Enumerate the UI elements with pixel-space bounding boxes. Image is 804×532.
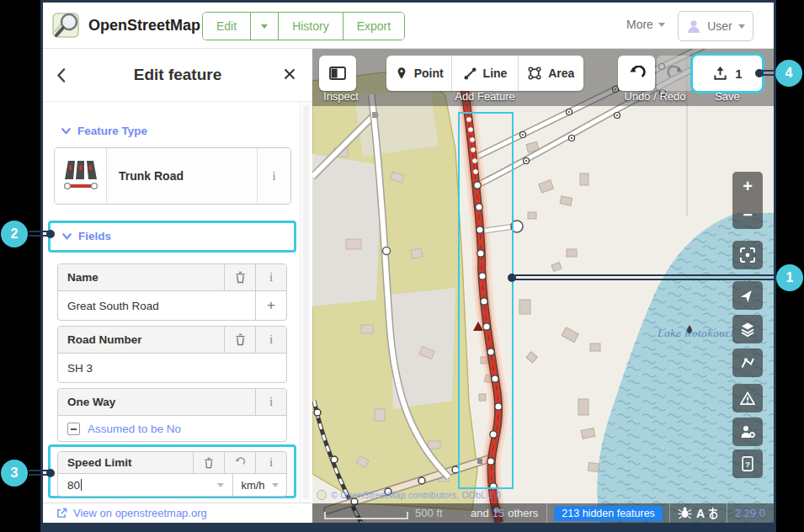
info-icon: i xyxy=(269,332,273,347)
callout-2-connector xyxy=(29,231,48,237)
contributors-summary[interactable]: and 15 others xyxy=(462,507,546,519)
feature-type-info-button[interactable]: i xyxy=(257,148,290,204)
external-link-icon xyxy=(56,508,67,519)
delete-field-button[interactable] xyxy=(224,264,255,290)
more-menu[interactable]: More xyxy=(626,18,665,31)
trash-icon xyxy=(204,457,214,469)
add-multilingual-name-button[interactable]: + xyxy=(255,291,286,320)
info-icon: i xyxy=(269,455,273,470)
fields-section-label: Fields xyxy=(78,230,111,242)
speed-unit-value: km/h xyxy=(241,479,264,492)
osm-brand[interactable]: OpenStreetMap xyxy=(51,10,200,40)
fields-highlight-box: Fields xyxy=(48,221,296,253)
text-cursor xyxy=(81,479,82,491)
field-info-button[interactable]: i xyxy=(255,327,286,353)
edit-dropdown-button[interactable] xyxy=(251,13,279,40)
backgrounds-button[interactable] xyxy=(732,315,763,343)
plus-icon: + xyxy=(743,178,753,194)
field-info-button[interactable]: i xyxy=(255,389,286,415)
chevron-down-icon xyxy=(738,24,745,29)
divider xyxy=(546,503,547,523)
panel-header: Edit feature xyxy=(43,49,312,102)
help-button[interactable]: ? xyxy=(732,450,763,478)
chevron-down-icon xyxy=(217,483,224,487)
delete-field-button[interactable] xyxy=(193,452,224,473)
annotated-screenshot: OpenStreetMap Edit History Export More U… xyxy=(0,0,804,532)
delete-field-button[interactable] xyxy=(224,327,255,353)
geolocate-button[interactable] xyxy=(732,281,763,310)
add-point-button[interactable]: Point xyxy=(386,56,452,91)
translate-icon[interactable]: A xyxy=(696,507,719,520)
edit-history-export-group: Edit History Export xyxy=(202,12,405,40)
chevron-down-icon xyxy=(658,23,665,27)
sidebar-scrollbar[interactable] xyxy=(300,102,312,503)
speed-unit-select[interactable]: km/h xyxy=(232,474,286,496)
issues-button[interactable] xyxy=(732,384,763,412)
field-info-button[interactable]: i xyxy=(255,452,286,473)
hidden-features-button[interactable]: 213 hidden features xyxy=(554,506,663,521)
inspect-label: Inspect xyxy=(316,90,366,103)
map-data-button[interactable] xyxy=(732,348,763,377)
fields-section-toggle[interactable]: Fields xyxy=(62,230,111,242)
road-number-input[interactable]: SH 3 xyxy=(58,354,286,382)
zoom-out-button[interactable]: − xyxy=(732,200,763,229)
add-line-button[interactable]: Line xyxy=(452,56,518,91)
map-canvas[interactable]: Lake Rotokauri © OpenStreetMap contribut… xyxy=(312,49,774,523)
preferences-button[interactable] xyxy=(732,418,763,446)
redo-icon xyxy=(667,66,684,82)
feature-type-section-toggle[interactable]: Feature Type xyxy=(61,125,147,137)
user-menu-button[interactable]: User xyxy=(678,11,753,41)
zoom-to-selection-button[interactable] xyxy=(732,241,763,269)
undo-button[interactable] xyxy=(618,56,655,91)
area-icon xyxy=(527,66,542,81)
lake-label: Lake Rotokauri xyxy=(657,325,734,339)
attribution-text: © OpenStreetMap contributors, ODbL 1.0 xyxy=(331,490,501,500)
footer-link-label: View on openstreetmap.org xyxy=(73,507,207,519)
revert-field-button[interactable] xyxy=(224,452,255,473)
history-button[interactable]: History xyxy=(279,13,343,40)
scale-bar xyxy=(324,512,408,519)
close-button[interactable] xyxy=(284,68,296,83)
speed-limit-input[interactable]: 80 xyxy=(58,474,232,496)
version-link[interactable]: 2.29.0 xyxy=(727,507,774,519)
scale-indicator: 500 ft xyxy=(324,508,443,519)
add-area-button[interactable]: Area xyxy=(519,56,583,91)
osm-mini-logo xyxy=(317,490,327,500)
upload-icon xyxy=(712,66,728,82)
add-feature-group: Point Line xyxy=(386,56,583,91)
callout-1-anchor-dot xyxy=(508,274,516,282)
inspect-button[interactable] xyxy=(319,56,356,91)
svg-text:A: A xyxy=(696,507,705,520)
name-field-label: Name xyxy=(58,264,224,290)
export-button[interactable]: Export xyxy=(343,13,404,40)
inspect-icon xyxy=(328,65,347,82)
one-way-indeterminate-checkbox[interactable] xyxy=(67,423,80,435)
edit-button[interactable]: Edit xyxy=(203,13,251,40)
zoom-in-button[interactable]: + xyxy=(732,172,763,200)
one-way-field-group: One Way i Assumed to be No xyxy=(57,388,287,442)
help-book-icon: ? xyxy=(740,455,755,472)
callout-1-connector xyxy=(515,274,776,280)
edits-prefix: and xyxy=(471,507,489,519)
close-icon xyxy=(284,68,296,80)
chevron-down-icon xyxy=(261,24,268,29)
line-icon xyxy=(463,66,477,81)
chevron-down-icon xyxy=(272,483,279,487)
minus-icon: − xyxy=(743,206,753,223)
svg-text:?: ? xyxy=(745,460,750,469)
map-attribution[interactable]: © OpenStreetMap contributors, ODbL 1.0 xyxy=(317,490,501,500)
report-bug-icon[interactable] xyxy=(678,507,692,519)
redo-button[interactable] xyxy=(657,56,694,91)
selected-feature-highlight-box xyxy=(458,112,514,489)
view-on-osm-link[interactable]: View on openstreetmap.org xyxy=(43,503,312,523)
save-button[interactable]: 1 xyxy=(693,56,762,91)
one-way-value: Assumed to be No xyxy=(88,423,181,435)
undo-icon xyxy=(628,66,646,82)
name-input[interactable]: Great South Road xyxy=(58,291,255,320)
save-count-badge: 1 xyxy=(735,66,742,81)
osm-id-editor-window: OpenStreetMap Edit History Export More U… xyxy=(40,0,776,532)
feature-type-card[interactable]: Trunk Road i xyxy=(54,147,291,205)
speed-limit-value: 80 xyxy=(67,479,80,492)
svg-text:Lake Rotokauri: Lake Rotokauri xyxy=(657,327,734,339)
field-info-button[interactable]: i xyxy=(255,264,286,290)
